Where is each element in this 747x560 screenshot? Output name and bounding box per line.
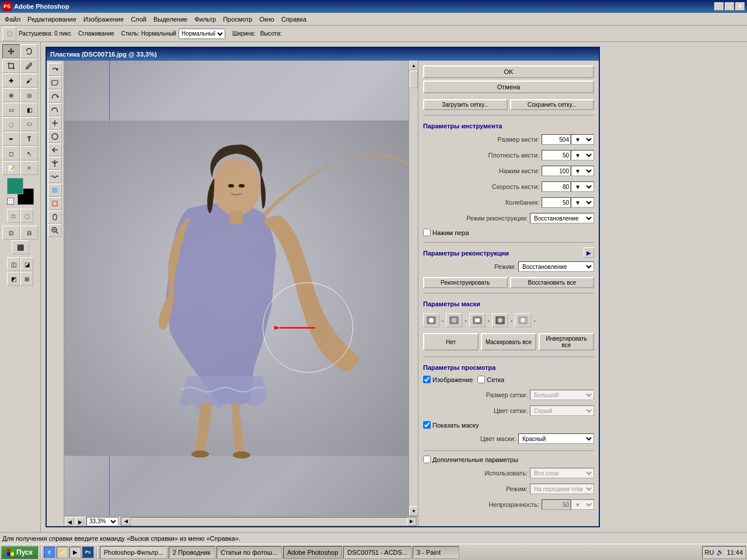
- brush-turbulence-input[interactable]: [542, 197, 571, 208]
- liq-twirl-cw[interactable]: [48, 90, 62, 103]
- liq-reconstruct[interactable]: [48, 76, 62, 89]
- liq-mirror[interactable]: [48, 157, 62, 170]
- tool-eraser[interactable]: ▭: [2, 103, 20, 117]
- stylus-checkbox[interactable]: [423, 229, 431, 236]
- ok-button[interactable]: OK: [423, 65, 594, 78]
- zoom-in-btn[interactable]: ▶: [76, 517, 84, 526]
- liq-hand[interactable]: [48, 211, 62, 223]
- standard-mode[interactable]: □: [7, 209, 20, 223]
- tool-heal[interactable]: ✚: [2, 74, 20, 88]
- tool-notes[interactable]: 📝: [2, 161, 20, 175]
- tool-select[interactable]: ↖: [20, 146, 38, 160]
- brush-speed-input[interactable]: [542, 181, 571, 192]
- menu-select[interactable]: Выделение: [150, 15, 191, 24]
- taskbar-item-5[interactable]: 3 - Paint: [413, 546, 459, 559]
- use-select[interactable]: Все слои: [530, 468, 594, 478]
- scroll-h-track[interactable]: [131, 517, 407, 526]
- liq-thaw[interactable]: [48, 197, 62, 210]
- mode-select[interactable]: Восстановление: [518, 261, 594, 272]
- maximize-button[interactable]: □: [725, 2, 734, 10]
- mask-color-select[interactable]: Красный: [518, 433, 594, 444]
- tool-clone[interactable]: ⊕: [2, 88, 20, 102]
- liq-bloat[interactable]: [48, 130, 62, 143]
- brush-pressure-select[interactable]: ▼: [571, 166, 594, 176]
- cancel-button[interactable]: Отмена: [423, 80, 594, 93]
- liq-turbulence[interactable]: [48, 170, 62, 183]
- quick-mask-mode[interactable]: ◌: [20, 209, 33, 223]
- opacity-input[interactable]: [542, 499, 571, 510]
- reconstruction-mode-select[interactable]: Восстановление: [530, 213, 594, 223]
- mesh-checkbox[interactable]: [477, 376, 485, 383]
- taskbar-item-3[interactable]: Adobe Photoshop: [283, 546, 342, 559]
- canvas-area[interactable]: [64, 61, 409, 516]
- tool-move[interactable]: [2, 44, 20, 58]
- taskbar-folder-icon[interactable]: 📁: [57, 547, 68, 558]
- tool-pen[interactable]: ✒: [2, 132, 20, 146]
- screen-mode3[interactable]: ⬛: [12, 240, 29, 254]
- tool-brush[interactable]: 🖌: [20, 74, 38, 88]
- default-colors[interactable]: ⬚: [7, 198, 14, 205]
- tool-gradient[interactable]: ◧: [20, 103, 38, 117]
- scroll-down-btn[interactable]: ▼: [409, 506, 418, 516]
- liq-twirl-ccw[interactable]: [48, 103, 62, 116]
- zoom-out-btn[interactable]: ◀: [65, 517, 74, 526]
- liq-zoom[interactable]: [48, 224, 62, 237]
- scroll-v-track[interactable]: [409, 70, 418, 506]
- reconstruct-button[interactable]: Реконструировать: [423, 277, 508, 288]
- scroll-v-thumb[interactable]: [410, 71, 418, 88]
- extra4[interactable]: ⊞: [20, 272, 33, 286]
- liq-pucker[interactable]: [48, 117, 62, 130]
- mask-all-button[interactable]: Маскировать все: [481, 333, 536, 351]
- menu-window[interactable]: Окно: [256, 15, 278, 24]
- vertical-scrollbar[interactable]: ▲ ▼: [409, 61, 418, 516]
- tool-path[interactable]: ◻: [2, 146, 20, 160]
- reconstruction-info-btn[interactable]: ▶: [584, 247, 594, 258]
- brush-size-input[interactable]: [542, 134, 571, 145]
- mask-icon-3[interactable]: [469, 313, 486, 327]
- mesh-size-select[interactable]: Большой: [530, 390, 594, 400]
- tool-history[interactable]: ◎: [20, 88, 38, 102]
- load-mesh-button[interactable]: Загрузить сетку...: [423, 99, 508, 110]
- opacity-select[interactable]: ▼: [571, 499, 594, 510]
- show-mask-checkbox[interactable]: [423, 421, 431, 429]
- mask-icon-5[interactable]: [515, 313, 531, 327]
- scroll-right-btn[interactable]: ▶: [407, 517, 416, 526]
- screen-mode[interactable]: ⊡: [2, 226, 20, 240]
- liq-forward-warp[interactable]: [48, 63, 62, 76]
- extra-params-checkbox[interactable]: [423, 456, 431, 463]
- mask-icon-4[interactable]: [492, 313, 508, 327]
- taskbar-item-4[interactable]: DSC00751 - ACDS...: [343, 546, 411, 559]
- mesh-color-select[interactable]: Серый: [530, 405, 594, 416]
- taskbar-media-icon[interactable]: ▶: [69, 547, 81, 558]
- tool-eyedropper[interactable]: [20, 59, 38, 73]
- mask-icon-1[interactable]: [423, 313, 439, 327]
- toolbar-marquee[interactable]: ⬚: [2, 27, 16, 41]
- screen-mode2[interactable]: ⊟: [20, 226, 38, 240]
- style-select[interactable]: Нормальный: [179, 29, 225, 39]
- foreground-color[interactable]: [7, 178, 23, 194]
- tool-blur[interactable]: ◌: [2, 117, 20, 131]
- minimize-button[interactable]: _: [714, 2, 724, 10]
- menu-file[interactable]: Файл: [1, 15, 24, 24]
- start-button[interactable]: Пуск: [1, 546, 38, 559]
- horizontal-scrollbar[interactable]: ◀ ▶: [121, 517, 417, 526]
- menu-help[interactable]: Справка: [278, 15, 310, 24]
- taskbar-item-2[interactable]: Статьи по фотош...: [217, 546, 282, 559]
- menu-image[interactable]: Изображение: [80, 15, 127, 24]
- scroll-left-btn[interactable]: ◀: [121, 517, 131, 526]
- invert-all-button[interactable]: Инвертировать все: [539, 333, 594, 351]
- image-checkbox[interactable]: [423, 376, 431, 383]
- zoom-select[interactable]: 33,3%: [86, 517, 118, 526]
- brush-speed-select[interactable]: ▼: [571, 181, 594, 192]
- scroll-up-btn[interactable]: ▲: [409, 61, 418, 70]
- tool-measure[interactable]: ⌗: [20, 161, 38, 175]
- extra1[interactable]: ◫: [7, 257, 20, 271]
- brush-density-input[interactable]: [542, 150, 571, 160]
- brush-pressure-input[interactable]: [542, 166, 571, 176]
- none-button[interactable]: Нет: [423, 333, 479, 351]
- tool-crop[interactable]: [2, 59, 20, 73]
- liq-push-left[interactable]: [48, 144, 62, 156]
- restore-all-button[interactable]: Восстановить все: [510, 277, 595, 288]
- color-swatches[interactable]: ⬚: [7, 178, 34, 205]
- mask-icon-2[interactable]: [446, 313, 462, 327]
